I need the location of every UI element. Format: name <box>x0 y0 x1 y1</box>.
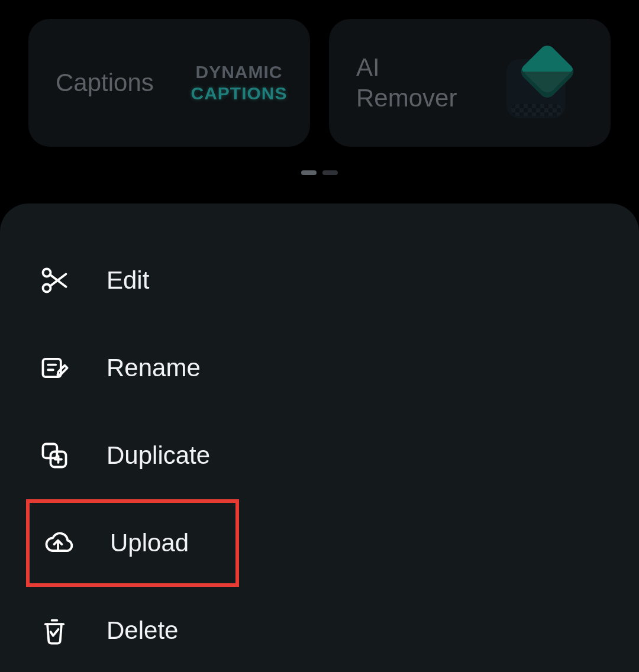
menu-item-label: Edit <box>106 266 149 295</box>
feature-cards-row: Captions DYNAMIC CAPTIONS AI Remover <box>0 0 639 147</box>
menu-item-upload[interactable]: Upload <box>26 499 239 587</box>
menu-item-edit[interactable]: Edit <box>26 237 239 324</box>
page-indicator <box>0 170 639 175</box>
menu-item-delete[interactable]: Delete <box>26 587 239 672</box>
ai-remover-card-illustration <box>492 35 587 130</box>
captions-card-label: Captions <box>56 67 154 99</box>
dynamic-captions-text-line2: CAPTIONS <box>191 83 288 104</box>
menu-item-duplicate[interactable]: Duplicate <box>26 412 239 499</box>
dynamic-captions-text-line1: DYNAMIC <box>191 62 288 83</box>
captions-card-illustration: DYNAMIC CAPTIONS <box>192 35 286 130</box>
ai-remover-card-label: AI Remover <box>356 52 457 114</box>
scissors-icon <box>38 264 71 297</box>
menu-item-label: Rename <box>106 354 201 382</box>
ai-remover-card[interactable]: AI Remover <box>329 19 611 147</box>
menu-item-label: Duplicate <box>106 441 210 470</box>
page-indicator-dot <box>322 170 338 175</box>
menu-item-rename[interactable]: Rename <box>26 324 239 412</box>
captions-card[interactable]: Captions DYNAMIC CAPTIONS <box>28 19 310 147</box>
menu-item-label: Upload <box>110 529 189 557</box>
menu-item-label: Delete <box>106 616 178 645</box>
duplicate-icon <box>38 439 71 472</box>
page-indicator-dot <box>301 170 317 175</box>
cloud-upload-icon <box>41 526 75 560</box>
trash-icon <box>38 614 71 647</box>
context-menu-sheet: Edit Rename Duplicate <box>0 203 639 672</box>
rename-icon <box>38 351 71 385</box>
